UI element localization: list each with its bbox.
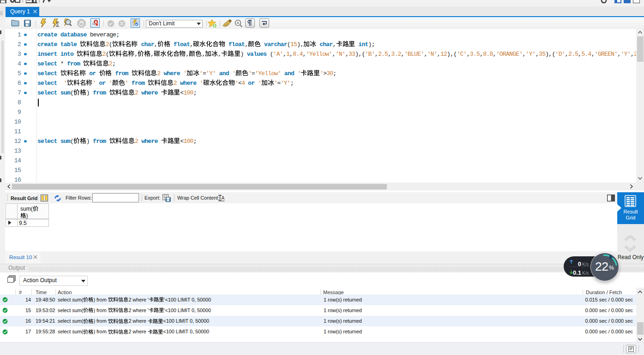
svg-text:A: A bbox=[237, 21, 240, 25]
svg-text:A: A bbox=[221, 195, 224, 201]
